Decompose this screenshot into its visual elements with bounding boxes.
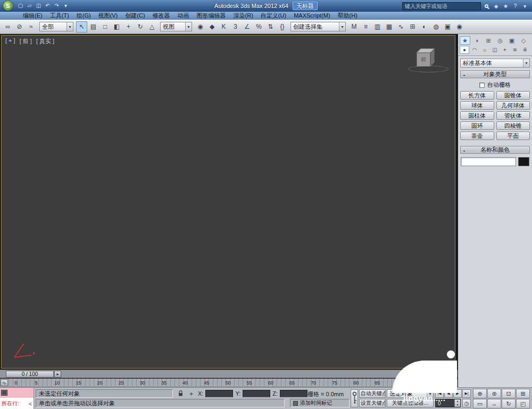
motion-tab[interactable]: ◎ <box>495 36 505 45</box>
selection-lock-toggle[interactable] <box>176 389 185 398</box>
use-pivot-point-center-icon[interactable]: ◉ <box>195 21 206 32</box>
object-type-button[interactable]: 长方体 <box>460 91 494 100</box>
application-menu-button[interactable]: S <box>3 1 13 11</box>
help-icon[interactable]: ? <box>511 2 519 10</box>
redo-icon[interactable]: ↷ <box>53 2 61 10</box>
go-to-end-button[interactable]: ▶| <box>462 389 471 398</box>
menu-item[interactable]: 自定义(U) <box>257 12 290 20</box>
autogrid-checkbox[interactable] <box>479 83 485 88</box>
object-type-button[interactable]: 四棱锥 <box>496 121 530 130</box>
select-and-link-icon[interactable]: ∞ <box>2 21 13 32</box>
keyboard-shortcut-override-icon[interactable]: K <box>218 21 229 32</box>
viewport-front[interactable]: [ + ] [ 前 ] [ 真实 ] 前 x <box>1 35 455 369</box>
time-slider[interactable]: 0 / 100 ▸ <box>0 370 458 378</box>
primitive-category-dropdown[interactable]: 标准基本体 ▼ <box>460 59 530 68</box>
maximize-viewport-toggle-button[interactable]: ◰ <box>516 399 530 408</box>
utilities-tab[interactable]: ◇ <box>518 36 529 45</box>
orbit-button[interactable]: ↻ <box>502 399 516 408</box>
menu-item[interactable]: 帮助(H) <box>334 12 361 20</box>
spinner-up-icon[interactable]: ▴ <box>455 399 460 403</box>
align-icon[interactable]: ≡ <box>360 21 371 32</box>
mirror-icon[interactable]: M <box>348 21 360 32</box>
favorites-icon[interactable]: ★ <box>502 2 510 10</box>
graphite-modeling-tools-icon[interactable]: ▦ <box>384 21 395 32</box>
listener-pane[interactable]: 所在行: < <box>0 398 34 409</box>
viewcube-right-face[interactable] <box>430 48 435 67</box>
menu-item[interactable]: 图形编辑器 <box>193 12 230 20</box>
field-of-view-button[interactable]: ▭ <box>473 399 487 408</box>
infocenter-search-input[interactable] <box>402 2 481 10</box>
select-and-uniform-scale-icon[interactable]: △ <box>146 21 157 32</box>
viewport-shading-menu[interactable]: [ 真实 ] <box>36 37 54 45</box>
reference-coordinate-dropdown[interactable]: 视图 ▼ <box>160 22 192 31</box>
object-type-button[interactable]: 圆环 <box>460 121 494 130</box>
lights-category[interactable]: ☼ <box>480 46 489 54</box>
snap-toggle-3d-icon[interactable]: 3 <box>230 21 241 32</box>
mini-curve-editor-button[interactable]: ∿ <box>1 379 8 386</box>
layer-manager-icon[interactable]: ▥ <box>372 21 383 32</box>
window-crossing-icon[interactable]: ◧ <box>111 21 122 32</box>
object-type-button[interactable]: 茶壶 <box>460 132 494 140</box>
macro-recorder-pane[interactable] <box>0 388 34 398</box>
menu-item[interactable]: 编辑(E) <box>19 12 46 20</box>
percent-snap-toggle-icon[interactable]: % <box>253 21 264 32</box>
rendered-frame-window-icon[interactable]: ▣ <box>442 21 453 32</box>
menu-item[interactable]: 动画 <box>174 12 193 20</box>
x-coordinate-field[interactable] <box>205 390 233 397</box>
material-editor-icon[interactable]: ◐ <box>419 21 430 32</box>
z-coordinate-field[interactable] <box>280 390 307 397</box>
schematic-view-icon[interactable]: ⊞ <box>407 21 418 32</box>
spinner-down-icon[interactable]: ▾ <box>455 403 460 407</box>
frame-spinner[interactable]: ▴ ▾ <box>454 399 460 407</box>
menu-item[interactable]: 创建(C) <box>121 12 148 20</box>
time-slider-next-button[interactable]: ▸ <box>54 371 61 378</box>
zoom-all-button[interactable]: ⊛ <box>487 389 501 398</box>
space-warps-category[interactable]: ≋ <box>510 46 520 54</box>
undo-icon[interactable]: ↶ <box>44 2 52 10</box>
communication-center-icon[interactable]: ◈ <box>492 2 500 10</box>
rollout-name-color[interactable]: - 名称和颜色 <box>460 146 530 154</box>
menu-item[interactable]: 组(G) <box>73 12 95 20</box>
unlink-selection-icon[interactable]: ⊘ <box>14 21 25 32</box>
auto-key-button[interactable]: 自动关键点 <box>359 389 386 398</box>
quick-access-dropdown-icon[interactable]: ▾ <box>62 2 70 10</box>
select-by-name-icon[interactable]: ▤ <box>88 21 99 32</box>
hierarchy-tab[interactable]: ⊞ <box>483 36 494 45</box>
viewport-pov-menu[interactable]: [ 前 ] <box>20 37 32 45</box>
time-slider-handle[interactable]: 0 / 100 <box>6 371 54 378</box>
search-icon[interactable] <box>483 2 491 10</box>
rollout-object-type[interactable]: - 对象类型 <box>460 70 530 78</box>
create-tab[interactable]: ★ <box>460 36 470 45</box>
set-keys-button[interactable] <box>351 389 358 407</box>
object-name-input[interactable] <box>461 157 516 166</box>
named-selection-sets-dropdown[interactable]: 创建选择集 ▼ <box>290 22 346 31</box>
maxscript-mini-listener[interactable]: 所在行: < <box>0 388 34 409</box>
viewcube-front-face[interactable]: 前 <box>417 53 430 67</box>
time-configuration-button[interactable]: ◷ <box>462 399 471 407</box>
object-type-button[interactable]: 圆锥体 <box>496 91 530 100</box>
edit-named-selection-sets-icon[interactable]: {} <box>277 21 288 32</box>
zoom-extents-all-button[interactable]: ⊞ <box>516 389 530 398</box>
viewport-general-menu[interactable]: [ + ] <box>5 37 15 45</box>
add-time-tag[interactable]: 添加时间标记 <box>290 399 350 407</box>
select-and-manipulate-icon[interactable]: ◆ <box>206 21 218 32</box>
menu-item[interactable]: 修改器 <box>149 12 174 20</box>
menu-item[interactable]: 视图(V) <box>95 12 122 20</box>
zoom-extents-button[interactable]: ⊡ <box>502 389 516 398</box>
menu-item[interactable]: 渲染(R) <box>230 12 257 20</box>
display-tab[interactable]: ▣ <box>506 36 517 45</box>
object-type-button[interactable]: 管状体 <box>496 111 530 120</box>
systems-category[interactable]: ※ <box>520 46 530 54</box>
zoom-button[interactable]: ⊕ <box>473 389 487 398</box>
object-type-button[interactable]: 几何球体 <box>496 101 530 110</box>
new-scene-icon[interactable]: ▢ <box>16 2 24 10</box>
object-color-swatch[interactable] <box>518 157 529 166</box>
render-production-icon[interactable]: ◉ <box>454 21 465 32</box>
menu-item[interactable]: MAXScript(M) <box>290 12 334 20</box>
select-object-icon[interactable]: ↖ <box>76 21 87 32</box>
angle-snap-toggle-icon[interactable]: ∠ <box>242 21 253 32</box>
open-file-icon[interactable]: ▱ <box>26 2 34 10</box>
cameras-category[interactable]: ◫ <box>490 46 500 54</box>
y-coordinate-field[interactable] <box>243 390 270 397</box>
object-type-button[interactable]: 圆柱体 <box>460 111 494 120</box>
